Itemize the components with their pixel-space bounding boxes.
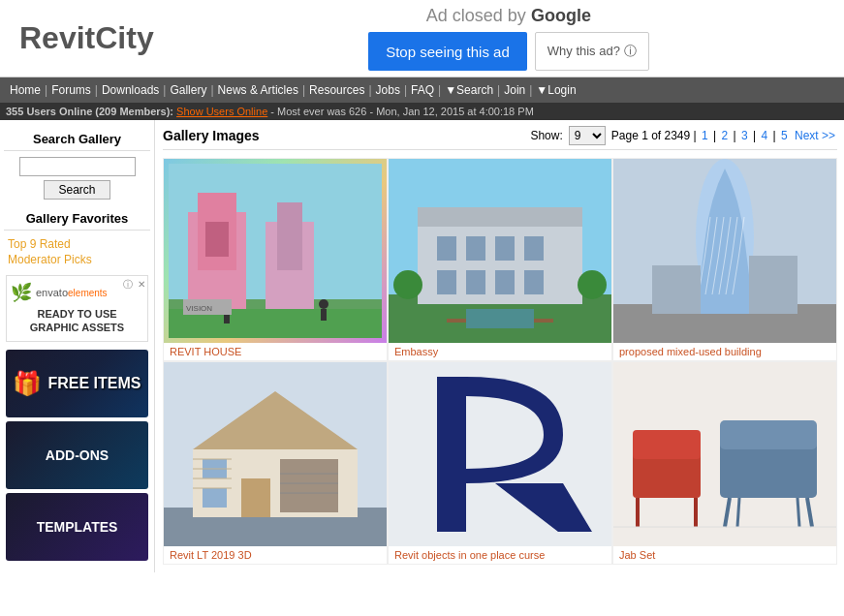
gallery-caption: Revit LT 2019 3D xyxy=(164,546,387,564)
nav-jobs[interactable]: Jobs xyxy=(372,81,404,99)
revit-objects-image xyxy=(389,362,611,546)
gallery-item: Revit objects in one place curse xyxy=(388,361,612,565)
nav-home[interactable]: Home xyxy=(6,81,45,99)
status-rest: - Most ever was 626 - Mon, Jan 12, 2015 … xyxy=(270,106,533,117)
nav-login[interactable]: ▼Login xyxy=(532,81,579,99)
svg-rect-56 xyxy=(633,430,701,459)
svg-rect-52 xyxy=(437,377,466,532)
search-gallery-title: Search Gallery xyxy=(4,128,150,151)
gallery-image[interactable]: VISION xyxy=(164,159,387,343)
gallery-caption: Jab Set xyxy=(613,546,836,564)
free-items-label: FREE ITEMS xyxy=(47,375,141,392)
gallery-item-link[interactable]: Revit objects in one place curse xyxy=(394,549,545,561)
show-label: Show: xyxy=(530,129,562,142)
nav-resources[interactable]: Resources xyxy=(305,81,368,99)
gallery-caption: REVIT HOUSE xyxy=(164,343,387,360)
ad-area: Ad closed by Google Stop seeing this ad … xyxy=(173,6,844,71)
jab-set-image xyxy=(613,362,836,546)
top-9-rated-link[interactable]: Top 9 Rated xyxy=(4,236,150,252)
free-items-banner[interactable]: 🎁 FREE ITEMS xyxy=(6,350,148,417)
status-bar: 355 Users Online (209 Members): Show Use… xyxy=(0,103,844,120)
next-page-link[interactable]: Next >> xyxy=(795,129,835,142)
svg-rect-29 xyxy=(447,319,466,323)
users-online-count: 355 Users Online (209 Members): xyxy=(6,106,173,117)
main-nav: Home | Forums | Downloads | Gallery | Ne… xyxy=(0,77,844,103)
page-1-link[interactable]: 1 xyxy=(702,129,708,142)
moderator-picks-link[interactable]: Moderator Picks xyxy=(4,252,150,267)
svg-rect-20 xyxy=(495,236,515,261)
gallery-image[interactable] xyxy=(389,362,611,546)
envato-tagline: READY TO USEGRAPHIC ASSETS xyxy=(11,307,143,335)
svg-point-10 xyxy=(319,299,328,309)
gallery-grid: VISION REVIT HOUSE xyxy=(163,158,837,565)
nav-faq[interactable]: FAQ xyxy=(407,81,438,99)
nav-gallery[interactable]: Gallery xyxy=(166,81,210,99)
header: RevitCity Ad closed by Google Stop seein… xyxy=(0,0,844,77)
logo-text: RevitCity xyxy=(19,20,154,55)
stop-ad-button[interactable]: Stop seeing this ad xyxy=(368,32,527,71)
gallery-item: proposed mixed-used building xyxy=(612,158,837,361)
why-ad-button[interactable]: Why this ad? ⓘ xyxy=(535,32,649,71)
main-content: Search Gallery Search Gallery Favorites … xyxy=(0,120,844,572)
gallery-item-link[interactable]: Jab Set xyxy=(619,549,655,561)
page-2-link[interactable]: 2 xyxy=(721,129,728,142)
svg-rect-35 xyxy=(749,256,797,314)
gallery-image[interactable] xyxy=(613,362,836,546)
templates-label: TEMPLATES xyxy=(37,519,118,535)
envato-ad: ⓘ ✕ 🌿 envatoelements READY TO USEGRAPHIC… xyxy=(6,275,148,342)
gallery-item: Revit LT 2019 3D xyxy=(163,361,388,565)
gallery-image[interactable] xyxy=(613,159,836,343)
nav-forums[interactable]: Forums xyxy=(47,81,95,99)
page-4-link[interactable]: 4 xyxy=(761,129,767,142)
ad-buttons: Stop seeing this ad Why this ad? ⓘ xyxy=(368,32,648,71)
free-items-icon: 🎁 xyxy=(13,370,42,397)
add-ons-label: ADD-ONS xyxy=(46,447,109,463)
envato-name: envatoelements xyxy=(36,287,108,298)
gallery-image[interactable] xyxy=(389,159,611,343)
nav-news[interactable]: News & Articles xyxy=(214,81,302,99)
page-5-link[interactable]: 5 xyxy=(781,129,788,142)
gallery-item-link[interactable]: REVIT HOUSE xyxy=(170,346,241,357)
gallery-item-link[interactable]: Revit LT 2019 3D xyxy=(170,549,252,561)
revit-house-image: VISION xyxy=(169,164,382,338)
svg-line-64 xyxy=(737,498,739,527)
ad-close-icon[interactable]: ✕ xyxy=(138,279,145,290)
ad-closed-label: Ad closed by xyxy=(426,6,526,25)
pagination: Page 1 of 2349 | 1 | 2 | 3 | 4 | 5 Next … xyxy=(611,129,837,142)
svg-rect-40 xyxy=(280,459,338,512)
svg-rect-24 xyxy=(495,270,515,294)
envato-leaf-icon: 🌿 xyxy=(11,282,32,303)
svg-rect-25 xyxy=(524,270,544,294)
ad-closed-text: Ad closed by Google xyxy=(426,6,591,26)
show-select[interactable]: 9 18 36 xyxy=(569,126,606,145)
nav-search[interactable]: ▼Search xyxy=(441,81,497,99)
gallery-favorites-title: Gallery Favorites xyxy=(4,207,150,231)
gallery-header: Gallery Images Show: 9 18 36 Page 1 of 2… xyxy=(163,126,837,150)
gallery-image[interactable] xyxy=(164,362,387,546)
add-ons-banner[interactable]: ADD-ONS xyxy=(6,421,148,489)
svg-rect-46 xyxy=(203,488,227,508)
gallery-area: Gallery Images Show: 9 18 36 Page 1 of 2… xyxy=(155,120,844,572)
templates-banner[interactable]: TEMPLATES xyxy=(6,493,148,561)
embassy-image xyxy=(389,159,611,343)
gallery-caption: Embassy xyxy=(389,343,611,360)
nav-downloads[interactable]: Downloads xyxy=(98,81,163,99)
revit-lt-image xyxy=(164,362,387,546)
svg-rect-30 xyxy=(534,319,553,323)
ad-controls: ⓘ ✕ xyxy=(121,278,145,292)
svg-rect-6 xyxy=(277,202,302,270)
gallery-title: Gallery Images xyxy=(163,128,260,143)
site-logo[interactable]: RevitCity xyxy=(0,20,173,56)
svg-rect-21 xyxy=(524,236,544,261)
svg-rect-11 xyxy=(321,309,327,321)
search-button[interactable]: Search xyxy=(44,180,109,200)
svg-text:VISION: VISION xyxy=(186,304,212,313)
gallery-item-link[interactable]: Embassy xyxy=(394,346,438,357)
show-users-link[interactable]: Show Users Online xyxy=(176,106,267,117)
ad-info-icon[interactable]: ⓘ xyxy=(123,279,133,290)
page-3-link[interactable]: 3 xyxy=(741,129,748,142)
gallery-item: VISION REVIT HOUSE xyxy=(163,158,388,361)
search-input[interactable] xyxy=(19,157,136,176)
gallery-item-link[interactable]: proposed mixed-used building xyxy=(619,346,762,357)
nav-join[interactable]: Join xyxy=(500,81,529,99)
